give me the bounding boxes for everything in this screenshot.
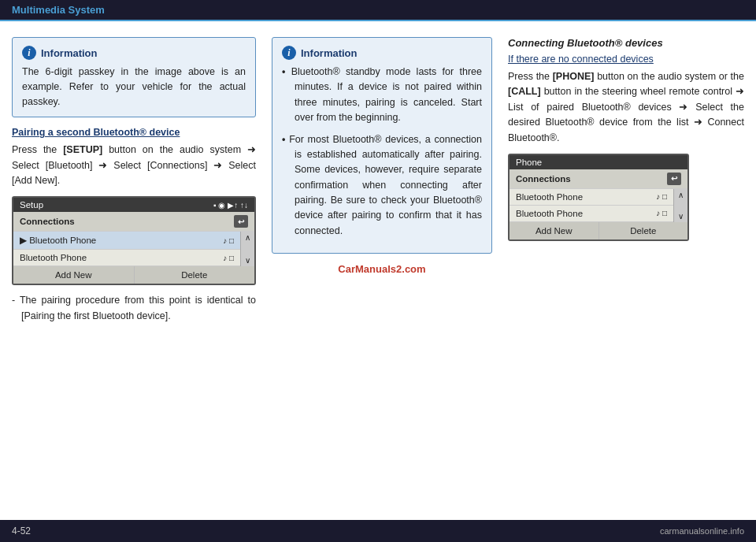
- screen-row-1[interactable]: ▶ Bluetooth Phone ♪ □: [13, 232, 240, 250]
- screen-connections-row: Connections ↩: [13, 212, 254, 232]
- phone-title: Phone: [516, 158, 542, 167]
- note-text: - The pairing procedure from this point …: [12, 293, 256, 324]
- mid-column: i Information Bluetooth® standby mode la…: [264, 37, 500, 505]
- row2-label: Bluetooth Phone: [20, 253, 87, 262]
- info-box-header-left: i Information: [22, 46, 246, 60]
- phone-connections-label: Connections: [516, 174, 571, 184]
- phone-screen: Phone Connections ↩ Bluetooth Phone ♪ □ …: [508, 154, 689, 241]
- scroll-down[interactable]: ∨: [241, 254, 254, 266]
- phone-row-2[interactable]: Bluetooth Phone ♪ □: [510, 206, 673, 222]
- watermark: CarManuals2.com: [272, 263, 492, 275]
- phone-bottom-buttons: Add New Delete: [510, 222, 687, 239]
- info-icon-left: i: [22, 46, 36, 60]
- info-icon-mid: i: [282, 46, 296, 60]
- delete-button-right[interactable]: Delete: [599, 222, 688, 239]
- scrollbar: ∧ ∨: [240, 232, 254, 266]
- main-content: i Information The 6-digit passkey in the…: [0, 21, 756, 513]
- screen-bottom-buttons: Add New Delete: [13, 266, 254, 284]
- right-subtitle: If there are no connected devices: [508, 54, 744, 65]
- add-new-button-right[interactable]: Add New: [510, 222, 599, 239]
- row1-label: ▶ Bluetooth Phone: [20, 235, 96, 246]
- scroll-up[interactable]: ∧: [241, 232, 254, 243]
- info-box-header-mid: i Information: [282, 46, 482, 60]
- phone-rows-area: Bluetooth Phone ♪ □ Bluetooth Phone ♪ □ …: [510, 189, 687, 222]
- phone-scrollbar: ∧ ∨: [673, 189, 687, 222]
- bullet-item-2: For most Bluetooth® devices, a connectio…: [282, 132, 482, 239]
- screen-title: Setup: [20, 200, 43, 210]
- pairing-body: Press the [SETUP] button on the audio sy…: [12, 143, 256, 188]
- row1-icons: ♪ □: [223, 236, 234, 245]
- footer: 4-52 carmanualsonline.info: [0, 520, 756, 542]
- delete-button-left[interactable]: Delete: [135, 266, 255, 284]
- pairing-heading: Pairing a second Bluetooth® device: [12, 127, 256, 138]
- info-title-mid: Information: [301, 47, 358, 59]
- phone-back-button[interactable]: ↩: [667, 173, 681, 185]
- footer-logo: carmanualsonline.info: [660, 526, 744, 536]
- screen-title-bar: Setup ▪ ◉ ▶↑ ↑↓: [13, 198, 254, 212]
- info-title-left: Information: [41, 47, 98, 59]
- row2-icons: ♪ □: [223, 254, 234, 262]
- phone-scroll-up[interactable]: ∧: [674, 189, 687, 201]
- right-body: Press the [PHONE] button on the audio sy…: [508, 69, 744, 146]
- screen-rows: ▶ Bluetooth Phone ♪ □ Bluetooth Phone ♪ …: [13, 232, 240, 266]
- back-button[interactable]: ↩: [234, 215, 248, 228]
- right-title: Connecting Bluetooth® devices: [508, 37, 744, 49]
- header-bar: Multimedia System: [0, 0, 756, 21]
- info-box-left: i Information The 6-digit passkey in the…: [12, 37, 256, 117]
- info-text-left: The 6-digit passkey in the image above i…: [22, 65, 246, 109]
- screen-title-icons: ▪ ◉ ▶↑ ↑↓: [213, 201, 248, 210]
- screen-row-2[interactable]: Bluetooth Phone ♪ □: [13, 250, 240, 266]
- phone-row1-icons: ♪ □: [656, 192, 667, 201]
- phone-scroll-down[interactable]: ∨: [674, 210, 687, 222]
- bullet-item-1: Bluetooth® standby mode lasts for three …: [282, 65, 482, 126]
- phone-row-1[interactable]: Bluetooth Phone ♪ □: [510, 189, 673, 206]
- screen-rows-area: ▶ Bluetooth Phone ♪ □ Bluetooth Phone ♪ …: [13, 232, 254, 266]
- bullet-list: Bluetooth® standby mode lasts for three …: [282, 65, 482, 239]
- header-title: Multimedia System: [12, 4, 105, 16]
- left-column: i Information The 6-digit passkey in the…: [12, 37, 256, 505]
- setup-screen: Setup ▪ ◉ ▶↑ ↑↓ Connections ↩ ▶ Bluetoot…: [12, 196, 256, 285]
- phone-row2-label: Bluetooth Phone: [516, 209, 583, 218]
- phone-row1-label: Bluetooth Phone: [516, 192, 583, 202]
- right-column: Connecting Bluetooth® devices If there a…: [508, 37, 744, 505]
- add-new-button-left[interactable]: Add New: [13, 266, 135, 284]
- info-box-mid: i Information Bluetooth® standby mode la…: [272, 37, 492, 254]
- phone-connections-row: Connections ↩: [510, 169, 687, 189]
- phone-rows: Bluetooth Phone ♪ □ Bluetooth Phone ♪ □: [510, 189, 673, 222]
- phone-title-bar: Phone: [510, 155, 687, 169]
- page-number: 4-52: [12, 525, 31, 536]
- connections-label: Connections: [20, 217, 75, 226]
- phone-row2-icons: ♪ □: [656, 209, 667, 217]
